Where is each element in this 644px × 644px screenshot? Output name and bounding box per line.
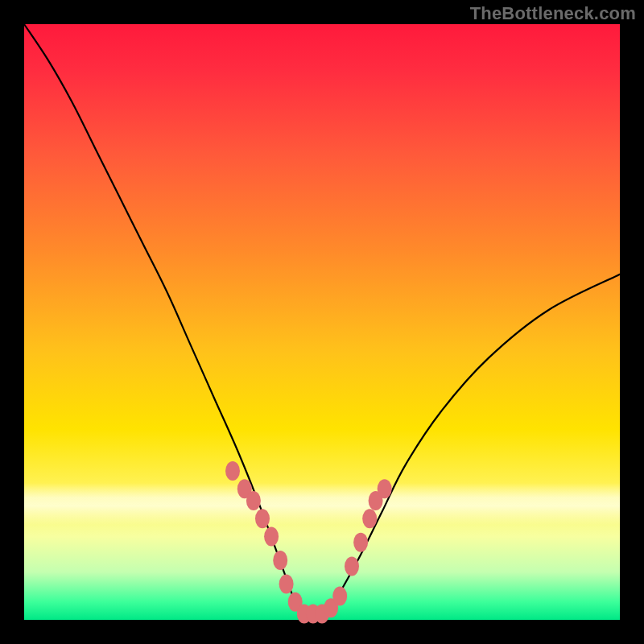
curve-marker [378,479,392,498]
curve-marker [225,461,240,481]
chart-frame: TheBottleneck.com [0,0,644,644]
bottleneck-curve [24,24,620,615]
curve-marker [246,491,261,510]
curve-marker [362,509,377,528]
curve-marker [345,556,359,576]
curve-marker [264,526,279,546]
curve-marker [255,509,270,528]
plot-area [24,24,620,620]
curve-marker [279,575,294,594]
curve-marker [332,586,347,605]
watermark-text: TheBottleneck.com [470,3,636,24]
curve-layer [24,24,620,620]
curve-marker [353,533,368,552]
curve-marker [273,551,287,570]
marker-group [225,461,392,624]
